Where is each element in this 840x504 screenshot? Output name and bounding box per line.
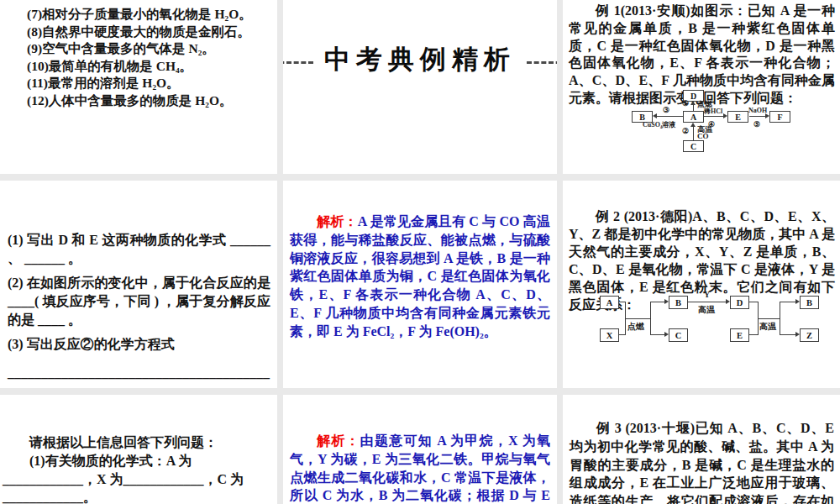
diagram1-step2: ② — [682, 127, 689, 135]
question-3: (3) 写出反应②的化学方程式 — [8, 335, 270, 354]
diagram2-box-e: E — [730, 328, 749, 342]
diagram1-box-e: E — [727, 111, 748, 123]
diagram1-box-f: F — [769, 111, 790, 123]
fact-item: (10)最简单的有机物是 CH₄。 — [27, 58, 272, 76]
diagram1-step5: ⑤ — [753, 120, 760, 129]
fact-item: (8)自然界中硬度最大的物质是金刚石。 — [27, 24, 272, 41]
diagram1-naoh: NaOH — [748, 107, 767, 114]
diagram1-box-c: C — [683, 140, 704, 152]
panel-questions2: 请根据以上信息回答下列问题： (1)有关物质的化学式：A 为__________… — [0, 395, 277, 504]
diagram1-box-a: A — [683, 111, 704, 123]
diagram2-box-z: Z — [800, 328, 819, 342]
question-2: (2) 在如图所示的变化中，属于化合反应的是 ____( 填反应序号，下同 ) … — [8, 274, 270, 329]
diagram1-step4: ④ — [708, 120, 715, 129]
diagram1-hcl: 稀HCl — [704, 107, 722, 116]
panel-analysis2: 解析：由题意可知 A 为甲烷，X 为氧气，Y 为碳，E 为三氧化二铁。甲烷与氧气… — [283, 395, 557, 504]
title-dash-right-icon — [527, 56, 557, 64]
question-1: (1)有关物质的化学式：A 为____________，X 为_________… — [3, 452, 274, 504]
panel-example2: 例 2 (2013·德阳)A、B、C、D、E、X、Y、Z 都是初中化学中的常见物… — [563, 181, 840, 388]
answer-blank-line: _______________________________________ — [8, 364, 270, 382]
analysis-text: A 是常见金属且有 C 与 CO 高温获得，能与稀盐酸反应、能被点燃，与硫酸铜溶… — [290, 214, 550, 339]
fact-item: (7)相对分子质量最小的氧化物是 H₂O。 — [27, 6, 272, 24]
example2-intro: 例 2 (2013·德阳)A、B、C、D、E、X、Y、Z 都是初中化学中的常见物… — [563, 181, 840, 313]
panel-analysis1: 解析：A 是常见金属且有 C 与 CO 高温获得，能与稀盐酸反应、能被点燃，与硫… — [283, 181, 557, 388]
example1-intro: 例 1(2013·安顺)如图示：已知 A 是一种常见的金属单质，B 是一种紫红色… — [563, 0, 840, 108]
slide-grid: { "facts": { "items": [ "(7)相对分子质量最小的氧化物… — [0, 0, 840, 504]
fact-item: (12)人体中含量最多的物质是 H₂O。 — [27, 92, 272, 110]
diagram1-co: CO — [697, 132, 709, 140]
diagram2-ignite: 点燃 — [627, 321, 644, 333]
title-dash-left-icon — [283, 56, 313, 64]
diagram2-hightemp2: 高温 — [759, 321, 776, 333]
panel-example1: 例 1(2013·安顺)如图示：已知 A 是一种常见的金属单质，B 是一种紫红色… — [563, 0, 840, 174]
diagram1-cuso4: CuSO₄溶液 — [643, 120, 675, 129]
panel-key-facts: (7)相对分子质量最小的氧化物是 H₂O。 (8)自然界中硬度最大的物质是金刚石… — [0, 0, 277, 174]
analysis-label: 解析： — [317, 433, 360, 448]
panel-questions1: (1) 写出 D 和 E 这两种物质的化学式 ______ 、 ______ 。… — [0, 181, 277, 388]
fact-item: (11)最常用的溶剂是 H₂O。 — [27, 75, 272, 92]
fact-item: (9)空气中含量最多的气体是 N₂。 — [27, 40, 272, 58]
example3-intro: 例 3 (2013·十堰)已知 A、B、C、D、E 均为初中化学常见的酸、碱、盐… — [563, 395, 840, 504]
diagram2-box-c: C — [669, 328, 688, 342]
diagram2-box-x: X — [600, 328, 619, 342]
diagram1-hightemp: 高温 — [697, 124, 712, 135]
diagram1-box-b: B — [632, 111, 653, 123]
questions2-intro: 请根据以上信息回答下列问题： — [3, 433, 274, 452]
panel-example3: 例 3 (2013·十堰)已知 A、B、C、D、E 均为初中化学常见的酸、碱、盐… — [563, 395, 840, 504]
facts-list: (7)相对分子质量最小的氧化物是 H₂O。 (8)自然界中硬度最大的物质是金刚石… — [0, 0, 277, 109]
section-title: 中考典例精析 — [324, 42, 516, 77]
panel-section-title: 中考典例精析 — [283, 0, 557, 174]
analysis-label: 解析： — [317, 214, 358, 228]
question-1: (1) 写出 D 和 E 这两种物质的化学式 ______ 、 ______ 。 — [8, 231, 270, 268]
